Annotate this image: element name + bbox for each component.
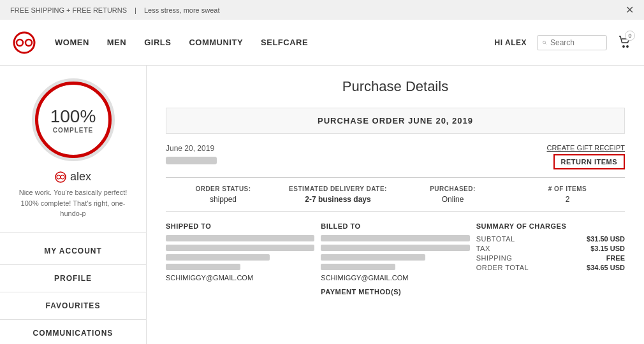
shipped-to-title: SHIPPED TO: [166, 222, 314, 230]
billing-blur-2: [321, 245, 469, 251]
progress-label: COMPLETE: [50, 127, 96, 134]
shipping-value: FREE: [606, 254, 625, 262]
svg-point-3: [543, 41, 546, 43]
svg-point-5: [623, 46, 624, 47]
nav-men[interactable]: MEN: [107, 38, 126, 47]
main-nav: WOMEN MEN GIRLS COMMUNITY SELFCARE: [55, 38, 308, 47]
billed-to-title: BILLED TO: [321, 222, 469, 230]
shipping-label: SHIPPING: [476, 254, 513, 262]
svg-point-11: [61, 175, 64, 179]
sidebar-item-profile[interactable]: PROFILE: [0, 265, 146, 292]
svg-line-4: [545, 43, 546, 44]
banner-tagline: Less stress, more sweat: [144, 6, 220, 14]
hi-user-label: HI ALEX: [495, 38, 527, 47]
sidebar-item-my-account[interactable]: MY ACCOUNT: [0, 238, 146, 265]
nav-women[interactable]: WOMEN: [55, 38, 89, 47]
nav-community[interactable]: COMMUNITY: [189, 38, 243, 47]
items-cell: # OF ITEMS 2: [510, 185, 625, 204]
address-blur-4: [166, 264, 240, 270]
user-circle-icon: [55, 171, 66, 183]
address-blur-1: [166, 235, 314, 241]
delivery-label: ESTIMATED DELIVERY DATE:: [281, 185, 395, 192]
tax-row: TAX $3.15 USD: [476, 245, 625, 252]
sidebar-item-communications[interactable]: COMMUNICATIONS: [0, 320, 146, 345]
return-items-button[interactable]: RETURN ITEMS: [553, 154, 626, 169]
billed-to-section: BILLED TO SCHIMIGGY@GMAIL.COM PAYMENT ME…: [321, 222, 469, 296]
order-status-value: shipped: [166, 195, 281, 204]
address-blur-3: [166, 254, 270, 261]
purchased-label: PURCHASED:: [395, 185, 510, 192]
svg-point-1: [17, 39, 23, 46]
order-top-row: June 20, 2019 CREATE GIFT RECEIPT RETURN…: [166, 144, 625, 169]
sidebar-divider: [0, 232, 146, 233]
user-name: alex: [70, 170, 91, 183]
purchased-value: Online: [395, 195, 510, 204]
payment-method-label: PAYMENT METHOD(S): [321, 288, 469, 296]
search-input[interactable]: [550, 38, 601, 47]
create-gift-receipt-link[interactable]: CREATE GIFT RECEIPT: [547, 144, 625, 152]
subtotal-label: SUBTOTAL: [476, 235, 515, 243]
svg-point-10: [57, 175, 61, 179]
top-banner: FREE SHIPPING + FREE RETURNS | Less stre…: [0, 0, 644, 20]
cart-icon[interactable]: 0: [617, 34, 631, 50]
user-info: alex Nice work. You're basically perfect…: [0, 170, 146, 227]
main-layout: 100% COMPLETE alex Nice work. You're bas…: [0, 66, 644, 344]
subtotal-value: $31.50 USD: [587, 235, 625, 243]
address-blur-2: [166, 245, 314, 251]
total-value: $34.65 USD: [587, 264, 625, 271]
search-box[interactable]: [537, 35, 607, 50]
user-desc: Nice work. You're basically perfect! 100…: [10, 187, 136, 219]
tax-value: $3.15 USD: [590, 245, 625, 252]
order-status-row: ORDER STATUS: shipped ESTIMATED DELIVERY…: [166, 177, 625, 212]
order-status-cell: ORDER STATUS: shipped: [166, 185, 281, 204]
tax-label: TAX: [476, 245, 490, 252]
items-value: 2: [510, 195, 625, 204]
order-date: June 20, 2019: [166, 144, 217, 153]
summary-title: SUMMARY OF CHARGES: [476, 222, 625, 230]
shipped-to-email: SCHIMIGGY@GMAIL.COM: [166, 274, 314, 282]
lululemon-logo[interactable]: [13, 31, 36, 54]
billing-blur-3: [321, 254, 425, 261]
shipping-row: SHIPPING FREE: [476, 254, 625, 262]
purchased-cell: PURCHASED: Online: [395, 185, 510, 204]
main-content: Purchase Details PURCHASE ORDER JUNE 20,…: [147, 66, 644, 344]
billing-blur-4: [321, 264, 395, 270]
items-label: # OF ITEMS: [510, 185, 625, 192]
svg-point-2: [26, 39, 32, 46]
order-status-label: ORDER STATUS:: [166, 185, 281, 192]
cart-count: 0: [625, 31, 635, 41]
progress-percent: 100%: [50, 106, 96, 127]
billed-to-email: SCHIMIGGY@GMAIL.COM: [321, 274, 469, 282]
sidebar: 100% COMPLETE alex Nice work. You're bas…: [0, 66, 147, 344]
svg-point-6: [627, 46, 628, 47]
search-icon: [543, 39, 546, 47]
banner-shipping-text: FREE SHIPPING + FREE RETURNS: [10, 6, 127, 14]
nav-girls[interactable]: GIRLS: [144, 38, 171, 47]
delivery-cell: ESTIMATED DELIVERY DATE: 2-7 business da…: [281, 185, 395, 204]
billing-blur-1: [321, 235, 469, 241]
order-id-blur: [166, 157, 217, 164]
order-header: PURCHASE ORDER JUNE 20, 2019: [166, 108, 625, 134]
summary-section: SUMMARY OF CHARGES SUBTOTAL $31.50 USD T…: [476, 222, 625, 296]
shipped-to-section: SHIPPED TO SCHIMIGGY@GMAIL.COM: [166, 222, 314, 296]
close-icon[interactable]: ✕: [626, 4, 634, 16]
nav-selfcare[interactable]: SELFCARE: [261, 38, 308, 47]
subtotal-row: SUBTOTAL $31.50 USD: [476, 235, 625, 243]
header: WOMEN MEN GIRLS COMMUNITY SELFCARE HI AL…: [0, 20, 644, 66]
sidebar-item-favourites[interactable]: FAVOURITES: [0, 292, 146, 320]
delivery-value: 2-7 business days: [281, 195, 395, 204]
progress-circle: 100% COMPLETE: [32, 78, 115, 161]
page-title: Purchase Details: [166, 78, 625, 95]
progress-circle-container: 100% COMPLETE: [32, 78, 115, 161]
banner-separator: |: [135, 6, 136, 14]
order-info-row: SHIPPED TO SCHIMIGGY@GMAIL.COM BILLED TO…: [166, 222, 625, 296]
total-label: ORDER TOTAL: [476, 264, 529, 271]
total-row: ORDER TOTAL $34.65 USD: [476, 264, 625, 271]
order-actions: CREATE GIFT RECEIPT RETURN ITEMS: [547, 144, 625, 169]
